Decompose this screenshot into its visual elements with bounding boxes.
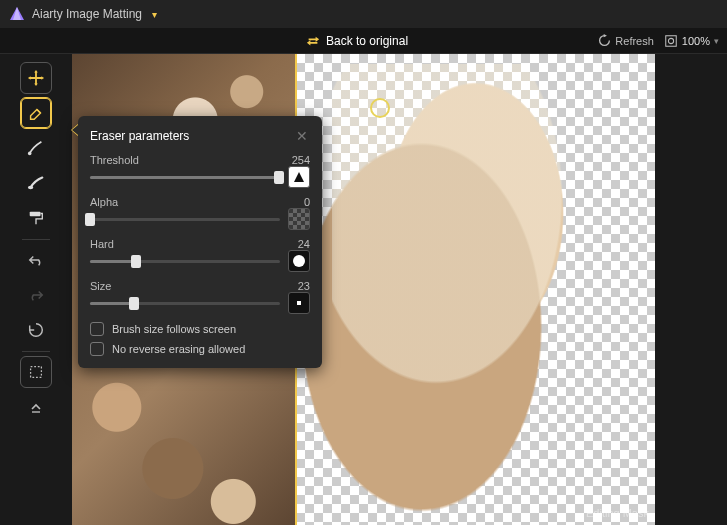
title-bar: Aiarty Image Matting ▾ xyxy=(0,0,727,28)
roller-tool-button[interactable] xyxy=(20,202,52,234)
brush-fill-icon xyxy=(27,174,45,192)
hard-label: Hard xyxy=(90,238,114,250)
panel-pointer-icon xyxy=(71,124,78,136)
tool-sidebar xyxy=(0,54,72,525)
alpha-preview-icon[interactable] xyxy=(288,208,310,230)
zoom-icon xyxy=(664,34,678,48)
tool-separator xyxy=(22,239,50,240)
zoom-value: 100% xyxy=(682,35,710,47)
redo-icon xyxy=(27,286,45,304)
marquee-icon xyxy=(27,363,45,381)
size-preview-icon[interactable] xyxy=(288,292,310,314)
undo-button[interactable] xyxy=(20,244,52,276)
no-reverse-checkbox[interactable] xyxy=(90,342,104,356)
right-gutter xyxy=(655,54,727,525)
eraser-tool-button[interactable] xyxy=(20,97,52,129)
alpha-slider[interactable] xyxy=(90,211,280,227)
redo-button[interactable] xyxy=(20,279,52,311)
top-toolbar: Back to original Refresh 100% ▾ xyxy=(0,28,727,54)
svg-rect-0 xyxy=(666,35,677,46)
svg-rect-5 xyxy=(31,367,42,378)
collapse-icon xyxy=(29,400,43,414)
size-slider[interactable] xyxy=(90,295,280,311)
collapse-sidebar-button[interactable] xyxy=(20,391,52,423)
alpha-value: 0 xyxy=(304,196,310,208)
threshold-label: Threshold xyxy=(90,154,139,166)
status-mode-label: Editing Mask xyxy=(586,507,649,519)
hard-preview-icon[interactable] xyxy=(288,250,310,272)
move-tool-button[interactable] xyxy=(20,62,52,94)
threshold-value: 254 xyxy=(292,154,310,166)
eraser-icon xyxy=(27,104,45,122)
veil-overlay xyxy=(332,64,592,504)
app-logo-icon xyxy=(8,5,26,23)
hard-value: 24 xyxy=(298,238,310,250)
revert-button[interactable] xyxy=(20,314,52,346)
refresh-button[interactable]: Refresh xyxy=(598,34,654,47)
move-icon xyxy=(27,69,45,87)
threshold-row: Threshold 254 xyxy=(90,154,310,188)
no-reverse-row: No reverse erasing allowed xyxy=(90,342,310,356)
chevron-down-icon: ▾ xyxy=(714,36,719,46)
size-label: Size xyxy=(90,280,111,292)
close-panel-button[interactable]: ✕ xyxy=(294,126,310,146)
revert-icon xyxy=(27,321,45,339)
alpha-label: Alpha xyxy=(90,196,118,208)
alpha-row: Alpha 0 xyxy=(90,196,310,230)
follow-screen-row: Brush size follows screen xyxy=(90,322,310,336)
svg-point-3 xyxy=(28,186,33,190)
svg-point-2 xyxy=(28,152,32,156)
brush-edge-icon xyxy=(27,139,45,157)
zoom-control[interactable]: 100% ▾ xyxy=(664,34,719,48)
svg-rect-4 xyxy=(30,212,41,217)
size-row: Size 23 xyxy=(90,280,310,314)
brush-fill-tool-button[interactable] xyxy=(20,167,52,199)
hard-row: Hard 24 xyxy=(90,238,310,272)
no-reverse-label: No reverse erasing allowed xyxy=(112,343,245,355)
tool-separator xyxy=(22,351,50,352)
follow-screen-label: Brush size follows screen xyxy=(112,323,236,335)
back-to-original-button[interactable]: Back to original xyxy=(306,34,408,48)
brush-cursor-icon xyxy=(370,98,390,118)
brush-edge-tool-button[interactable] xyxy=(20,132,52,164)
undo-icon xyxy=(27,251,45,269)
swap-icon xyxy=(306,34,320,48)
follow-screen-checkbox[interactable] xyxy=(90,322,104,336)
threshold-preview-icon[interactable] xyxy=(288,166,310,188)
marquee-tool-button[interactable] xyxy=(20,356,52,388)
roller-icon xyxy=(27,209,45,227)
title-dropdown-icon[interactable]: ▾ xyxy=(152,9,157,20)
threshold-slider[interactable] xyxy=(90,169,280,185)
hard-slider[interactable] xyxy=(90,253,280,269)
eraser-parameters-panel: Eraser parameters ✕ Threshold 254 Alpha … xyxy=(78,116,322,368)
refresh-icon xyxy=(598,34,611,47)
svg-point-1 xyxy=(668,38,673,43)
size-value: 23 xyxy=(298,280,310,292)
workspace: Editing Mask xyxy=(0,54,727,525)
back-to-original-label: Back to original xyxy=(326,34,408,48)
app-title: Aiarty Image Matting xyxy=(32,7,142,21)
refresh-label: Refresh xyxy=(615,35,654,47)
panel-title: Eraser parameters xyxy=(90,129,189,143)
